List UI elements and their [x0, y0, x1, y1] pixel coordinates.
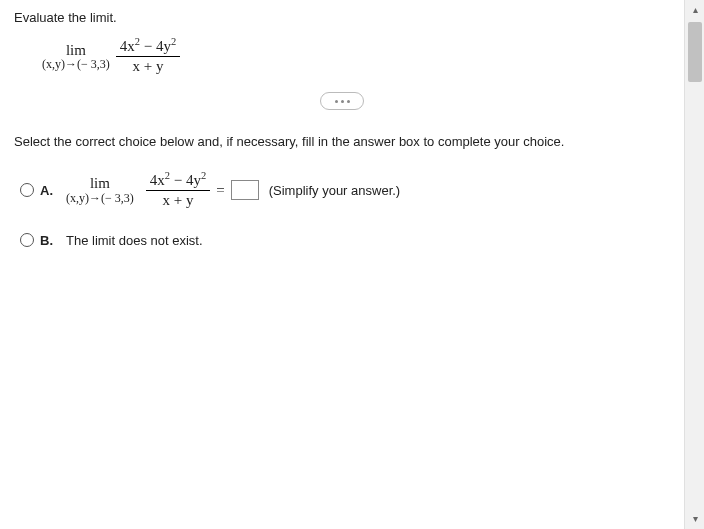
fraction: 4x2 − 4y2 x + y — [116, 39, 180, 74]
choice-a-label: A. — [40, 183, 60, 198]
radio-a[interactable] — [20, 183, 34, 197]
denominator-a: x + y — [159, 191, 198, 208]
numerator: 4x2 − 4y2 — [116, 39, 180, 57]
equals-sign: = — [216, 182, 224, 199]
more-button[interactable] — [320, 92, 364, 110]
instruction-text: Select the correct choice below and, if … — [14, 134, 670, 149]
denominator: x + y — [129, 57, 168, 74]
choice-b-row: B. The limit does not exist. — [20, 219, 670, 261]
choice-b-text: The limit does not exist. — [66, 233, 203, 248]
scroll-thumb[interactable] — [688, 22, 702, 82]
limit-operator-a: lim (x,y)→(− 3,3) — [66, 175, 134, 205]
scroll-down-button[interactable]: ▾ — [685, 509, 704, 529]
problem-prompt: Evaluate the limit. — [14, 10, 670, 25]
section-divider — [14, 92, 670, 110]
limit-expression: lim (x,y)→(− 3,3) 4x2 − 4y2 x + y — [42, 39, 670, 74]
choice-a-row: A. lim (x,y)→(− 3,3) 4x2 − 4y2 x + y = (… — [20, 169, 670, 211]
fraction-a: 4x2 − 4y2 x + y — [146, 173, 210, 208]
answer-input-a[interactable] — [231, 180, 259, 200]
choice-a-content: lim (x,y)→(− 3,3) 4x2 − 4y2 x + y = (Sim… — [66, 173, 400, 208]
content-area: Evaluate the limit. lim (x,y)→(− 3,3) 4x… — [0, 0, 684, 529]
scroll-up-button[interactable]: ▴ — [685, 0, 704, 20]
numerator-a: 4x2 − 4y2 — [146, 173, 210, 191]
radio-b[interactable] — [20, 233, 34, 247]
choice-b-label: B. — [40, 233, 60, 248]
vertical-scrollbar[interactable]: ▴ ▾ — [684, 0, 704, 529]
limit-operator: lim (x,y)→(− 3,3) — [42, 42, 110, 72]
hint-a: (Simplify your answer.) — [269, 183, 400, 198]
